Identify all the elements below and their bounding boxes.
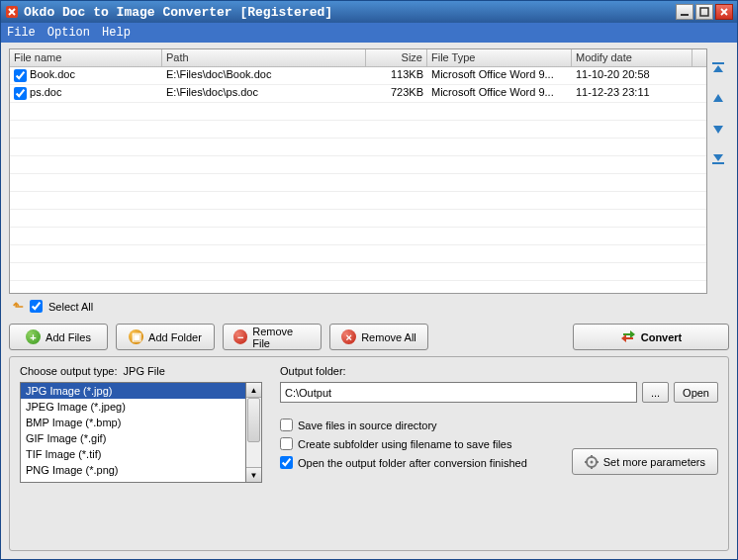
listbox-scrollbar[interactable]: ▲ ▼ [246, 382, 262, 483]
minimize-button[interactable] [676, 4, 693, 20]
cell-name: ps.doc [30, 86, 61, 98]
scroll-thumb[interactable] [247, 398, 260, 442]
move-top-icon[interactable] [709, 60, 727, 78]
save-source-checkbox[interactable] [280, 419, 293, 431]
select-all-row: ⬑ Select All [9, 294, 729, 316]
output-folder-input[interactable] [280, 382, 637, 403]
cell-date: 11-12-23 23:11 [572, 85, 692, 102]
col-header-date[interactable]: Modify date [572, 49, 692, 66]
scroll-up-icon[interactable]: ▲ [246, 383, 261, 398]
list-item[interactable]: TIF Image (*.tif) [21, 446, 245, 462]
cell-date: 11-10-20 20:58 [572, 67, 692, 84]
remove-file-button[interactable]: −Remove File [223, 324, 322, 350]
scroll-down-icon[interactable]: ▼ [246, 467, 261, 482]
menu-help[interactable]: Help [102, 26, 131, 40]
svg-rect-2 [700, 8, 708, 16]
move-up-icon[interactable] [709, 90, 727, 108]
reorder-arrows [707, 48, 729, 294]
toolbar: +Add Files ▣Add Folder −Remove File ×Rem… [9, 316, 729, 356]
plus-icon: + [26, 329, 41, 344]
output-folder-label: Output folder: [280, 365, 718, 377]
add-folder-button[interactable]: ▣Add Folder [116, 324, 215, 350]
cell-type: Microsoft Office Word 9... [427, 67, 572, 84]
cell-name: Book.doc [30, 68, 75, 80]
add-files-button[interactable]: +Add Files [9, 324, 108, 350]
file-list[interactable]: File name Path Size File Type Modify dat… [9, 48, 707, 294]
col-header-path[interactable]: Path [162, 49, 366, 66]
table-row[interactable]: Book.doc E:\Files\doc\Book.doc 113KB Mic… [10, 67, 706, 85]
open-after-checkbox[interactable] [280, 456, 293, 469]
browse-button[interactable]: ... [642, 382, 669, 403]
menubar: File Option Help [1, 23, 737, 43]
convert-icon [620, 328, 636, 346]
file-list-area: File name Path Size File Type Modify dat… [9, 48, 729, 294]
list-item[interactable]: JPG Image (*.jpg) [21, 383, 245, 399]
output-type-label: Choose output type: JPG File [20, 365, 262, 377]
col-header-name[interactable]: File name [10, 49, 162, 66]
open-after-label: Open the output folder after conversion … [298, 457, 527, 469]
move-down-icon[interactable] [709, 120, 727, 138]
app-icon [5, 5, 19, 19]
select-all-label: Select All [48, 301, 93, 313]
content-area: File name Path Size File Type Modify dat… [1, 43, 737, 559]
folder-icon: ▣ [129, 329, 143, 344]
cell-size: 113KB [366, 67, 427, 84]
svg-rect-1 [681, 14, 689, 16]
remove-all-button[interactable]: ×Remove All [329, 324, 428, 350]
menu-option[interactable]: Option [47, 26, 90, 40]
minus-icon: − [233, 329, 247, 344]
row-checkbox[interactable] [14, 87, 27, 100]
save-source-label: Save files in source directory [298, 420, 437, 431]
return-arrow-icon[interactable]: ⬑ [13, 299, 24, 314]
maximize-button[interactable] [695, 4, 713, 20]
list-item[interactable]: PNG Image (*.png) [21, 462, 245, 478]
titlebar: Okdo Doc to Image Converter [Registered] [1, 1, 737, 23]
table-row[interactable]: ps.doc E:\Files\doc\ps.doc 723KB Microso… [10, 85, 706, 103]
list-item[interactable]: GIF Image (*.gif) [21, 430, 245, 446]
x-icon: × [341, 329, 356, 344]
list-item[interactable]: BMP Image (*.bmp) [21, 415, 245, 430]
cell-type: Microsoft Office Word 9... [427, 85, 572, 102]
menu-file[interactable]: File [7, 26, 36, 40]
convert-button[interactable]: Convert [573, 324, 729, 350]
output-panel: Choose output type: JPG File JPG Image (… [9, 356, 729, 551]
create-subfolder-checkbox[interactable] [280, 437, 293, 450]
file-list-header: File name Path Size File Type Modify dat… [10, 49, 706, 67]
list-item[interactable]: JPEG Image (*.jpeg) [21, 399, 245, 415]
svg-rect-4 [712, 162, 724, 164]
window-title: Okdo Doc to Image Converter [Registered] [24, 5, 332, 20]
open-folder-button[interactable]: Open [674, 382, 718, 403]
cell-path: E:\Files\doc\ps.doc [162, 85, 366, 102]
svg-rect-3 [712, 62, 724, 64]
output-type-section: Choose output type: JPG File JPG Image (… [20, 365, 262, 542]
cell-size: 723KB [366, 85, 427, 102]
cell-path: E:\Files\doc\Book.doc [162, 67, 366, 84]
set-more-parameters-button[interactable]: Set more parameters [572, 448, 718, 475]
gear-icon [585, 455, 599, 469]
create-subfolder-label: Create subfolder using filename to save … [298, 438, 511, 450]
svg-point-6 [590, 460, 593, 463]
select-all-checkbox[interactable] [30, 300, 43, 313]
close-button[interactable] [715, 4, 733, 20]
output-type-listbox[interactable]: JPG Image (*.jpg) JPEG Image (*.jpeg) BM… [20, 382, 246, 483]
move-bottom-icon[interactable] [709, 149, 727, 167]
output-folder-section: Output folder: ... Open Save files in so… [280, 365, 718, 542]
row-checkbox[interactable] [14, 69, 27, 82]
col-header-size[interactable]: Size [366, 49, 427, 66]
app-window: Okdo Doc to Image Converter [Registered]… [0, 0, 738, 560]
col-header-type[interactable]: File Type [427, 49, 572, 66]
